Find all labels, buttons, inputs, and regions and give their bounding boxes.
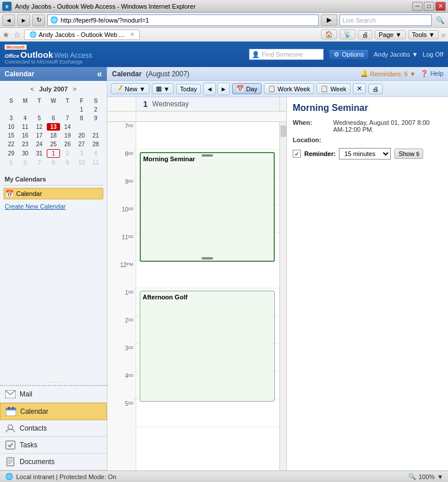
- cal-day[interactable]: 1: [47, 149, 59, 158]
- mini-cal-prev-button[interactable]: <: [28, 84, 37, 94]
- forward-button[interactable]: ►: [17, 14, 30, 26]
- cal-day[interactable]: 4: [18, 114, 31, 122]
- sidebar-item-tasks[interactable]: Tasks: [0, 437, 107, 454]
- toolbar-expander[interactable]: »: [441, 30, 446, 39]
- cal-day[interactable]: 14: [61, 123, 74, 131]
- cal-day[interactable]: 11: [18, 123, 31, 131]
- favorites-star1[interactable]: ★: [2, 30, 10, 39]
- logoff-button[interactable]: Log Off: [423, 51, 443, 58]
- favorites-star2[interactable]: ☆: [13, 30, 21, 39]
- cal-day[interactable]: 30: [18, 149, 31, 158]
- search-submit-icon[interactable]: 🔍: [434, 16, 446, 24]
- sidebar-item-calendar[interactable]: Calendar: [0, 403, 107, 420]
- event-resize-bottom-handle[interactable]: [201, 257, 213, 259]
- show-time-button[interactable]: Show ti: [394, 149, 423, 159]
- cal-day[interactable]: 20: [75, 132, 88, 139]
- day-events-column[interactable]: Morning Seminar Afternoon Golf: [136, 122, 279, 470]
- scroll-indicator[interactable]: [279, 122, 286, 470]
- cal-day[interactable]: 3: [5, 114, 17, 122]
- cal-day[interactable]: 31: [33, 149, 46, 158]
- live-search-input[interactable]: Live Search: [339, 14, 432, 26]
- minimize-button[interactable]: ─: [412, 2, 423, 11]
- cal-day[interactable]: 13: [47, 123, 59, 131]
- event-afternoon-golf[interactable]: Afternoon Golf: [140, 291, 275, 402]
- cal-day[interactable]: 8: [47, 159, 59, 166]
- cal-day[interactable]: 27: [75, 140, 88, 148]
- cal-day[interactable]: [5, 106, 17, 113]
- event-morning-seminar[interactable]: Morning Seminar: [140, 152, 275, 262]
- cal-day[interactable]: 4: [89, 149, 102, 158]
- print-button[interactable]: 🖨: [358, 30, 372, 39]
- cal-day[interactable]: 7: [61, 114, 74, 122]
- cal-day[interactable]: [47, 106, 59, 113]
- next-day-button[interactable]: ►: [217, 83, 230, 95]
- help-button[interactable]: ❓ Help: [420, 70, 443, 77]
- create-calendar-link[interactable]: Create New Calendar: [3, 202, 103, 211]
- cal-day[interactable]: 9: [89, 114, 102, 122]
- cal-day[interactable]: 2: [89, 106, 102, 113]
- page-menu[interactable]: Page ▼: [375, 30, 406, 39]
- cal-day[interactable]: 24: [33, 140, 46, 148]
- cal-day[interactable]: [75, 123, 88, 131]
- sidebar-item-documents[interactable]: Documents: [0, 454, 107, 470]
- feeds-button[interactable]: 📡: [339, 29, 356, 39]
- reminder-checkbox[interactable]: ✓: [293, 150, 301, 158]
- close-button[interactable]: ✕: [435, 2, 446, 11]
- cal-day[interactable]: 21: [89, 132, 102, 139]
- cal-day[interactable]: 10: [5, 123, 17, 131]
- address-input[interactable]: 🌐 http://feperf9-fe/owa/?modurl=1: [47, 14, 319, 26]
- cal-day[interactable]: 17: [33, 132, 46, 139]
- options-button[interactable]: ⚙ Options: [328, 49, 369, 60]
- cal-day[interactable]: 7: [33, 159, 46, 166]
- cal-day[interactable]: 9: [61, 159, 74, 166]
- cal-day[interactable]: 6: [47, 114, 59, 122]
- back-button[interactable]: ◄: [2, 14, 15, 26]
- home-button[interactable]: 🏠: [321, 29, 337, 39]
- cal-day[interactable]: [61, 106, 74, 113]
- cal-day[interactable]: 8: [75, 114, 88, 122]
- find-someone-input[interactable]: 👤 Find Someone: [249, 49, 324, 60]
- mini-cal-next-button[interactable]: >: [70, 84, 79, 94]
- cal-day[interactable]: 10: [75, 159, 88, 166]
- cal-day[interactable]: 18: [47, 132, 59, 139]
- refresh-button[interactable]: ↻: [32, 14, 45, 26]
- tools-menu[interactable]: Tools ▼: [408, 30, 439, 39]
- view-button[interactable]: ▦ ▼: [152, 83, 174, 94]
- window-controls[interactable]: ─ □ ✕: [412, 2, 446, 11]
- sidebar-item-contacts[interactable]: Contacts: [0, 420, 107, 437]
- maximize-button[interactable]: □: [424, 2, 434, 11]
- cal-day[interactable]: 15: [5, 132, 17, 139]
- browser-tab[interactable]: 🌐 Andy Jacobs - Outlook Web Access ✕: [24, 29, 140, 40]
- cal-day[interactable]: 12: [33, 123, 46, 131]
- cal-day[interactable]: 23: [18, 140, 31, 148]
- calendar-item[interactable]: 📅 Calendar: [3, 188, 103, 199]
- cal-day[interactable]: 29: [5, 149, 17, 158]
- cal-day[interactable]: 22: [5, 140, 17, 148]
- sidebar-collapse-button[interactable]: «: [97, 69, 102, 79]
- cal-day[interactable]: 2: [61, 149, 74, 158]
- prev-day-button[interactable]: ◄: [203, 83, 216, 95]
- week-button[interactable]: 📋 Week: [316, 83, 350, 94]
- cal-day[interactable]: 28: [89, 140, 102, 148]
- cal-day[interactable]: [33, 106, 46, 113]
- cal-day[interactable]: 25: [47, 140, 59, 148]
- cal-day[interactable]: 16: [18, 132, 31, 139]
- scroll-thumb[interactable]: [281, 125, 286, 137]
- go-button[interactable]: ▶: [321, 14, 337, 26]
- cal-day[interactable]: [18, 106, 31, 113]
- close-detail-button[interactable]: ✕: [353, 83, 366, 94]
- cal-day[interactable]: 5: [33, 114, 46, 122]
- reminder-time-select[interactable]: 15 minutes 5 minutes 10 minutes 30 minut…: [339, 148, 391, 160]
- sidebar-item-mail[interactable]: Mail: [0, 386, 107, 403]
- reminders-button[interactable]: 🔔 Reminders: 6 ▼: [360, 70, 416, 77]
- cal-day[interactable]: 26: [61, 140, 74, 148]
- cal-day[interactable]: 19: [61, 132, 74, 139]
- event-resize-top-handle[interactable]: [201, 154, 213, 157]
- cal-day[interactable]: 1: [75, 106, 88, 113]
- today-button[interactable]: Today: [176, 84, 201, 94]
- user-menu[interactable]: Andy Jacobs ▼: [374, 51, 418, 58]
- cal-day[interactable]: 5: [5, 159, 17, 166]
- new-button[interactable]: 📝 New ▼: [111, 83, 150, 94]
- cal-day[interactable]: 6: [18, 159, 31, 166]
- cal-day[interactable]: 11: [89, 159, 102, 166]
